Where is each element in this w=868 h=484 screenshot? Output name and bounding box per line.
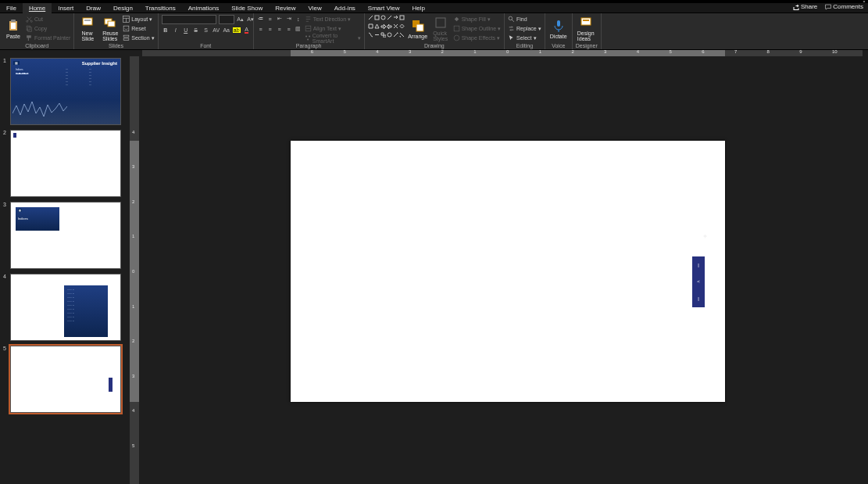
shape-item[interactable] <box>393 23 398 29</box>
tab-help[interactable]: Help <box>406 3 431 13</box>
tab-transitions[interactable]: Transitions <box>139 3 182 13</box>
quick-styles-button[interactable]: Quick Styles <box>430 15 451 43</box>
section-button[interactable]: Section ▾ <box>123 34 154 42</box>
align-text-button[interactable]: Align Text ▾ <box>305 24 361 33</box>
tab-insert[interactable]: Insert <box>52 3 80 13</box>
columns-button[interactable]: ▥ <box>295 25 302 33</box>
numbering-button[interactable]: ≡ <box>266 15 274 23</box>
shape-item[interactable] <box>399 32 405 38</box>
paste-button[interactable]: Paste <box>3 15 23 43</box>
arrange-button[interactable]: Arrange <box>408 15 428 43</box>
shape-item[interactable] <box>380 32 386 38</box>
shape-item[interactable] <box>387 15 392 20</box>
justify-button[interactable]: ≡ <box>285 25 293 33</box>
slide-thumbnail-3[interactable]: Indices▦ <box>10 202 121 269</box>
layout-button[interactable]: Layout ▾ <box>123 15 154 23</box>
svg-rect-14 <box>123 26 129 31</box>
tab-review[interactable]: Review <box>269 3 302 13</box>
svg-rect-2 <box>11 20 16 22</box>
highlight-button[interactable]: ab <box>233 26 241 34</box>
indent-dec-button[interactable]: ⇤ <box>276 15 284 23</box>
vertical-scrollbar[interactable] <box>863 56 868 484</box>
shape-item[interactable] <box>368 23 373 29</box>
convert-smartart-button[interactable]: Convert to SmartArt ▾ <box>305 34 361 42</box>
shape-item[interactable] <box>387 23 392 29</box>
tab-draw[interactable]: Draw <box>80 3 107 13</box>
select-button[interactable]: Select ▾ <box>508 34 541 42</box>
indent-inc-button[interactable]: ⇥ <box>285 15 293 23</box>
strike-button[interactable]: S <box>192 26 200 34</box>
slide-thumbnail-4[interactable]: ··· ··· ······ ··· ······ ··· ······ ···… <box>10 274 121 341</box>
slide-canvas[interactable]: |<| ⌖ <box>142 56 863 484</box>
svg-rect-1 <box>11 23 16 29</box>
shape-fill-button[interactable]: Shape Fill ▾ <box>453 15 501 23</box>
char-spacing-button[interactable]: AV <box>213 26 220 34</box>
shape-item[interactable] <box>399 23 405 29</box>
slide[interactable]: |<| <box>291 141 725 402</box>
change-case-button[interactable]: Aa <box>223 26 230 34</box>
tab-home[interactable]: Home <box>23 3 52 13</box>
svg-rect-7 <box>83 18 92 25</box>
align-center-button[interactable]: ≡ <box>266 25 274 33</box>
collapse-ribbon-button[interactable]: ˄ <box>863 0 868 5</box>
cut-button[interactable]: Cut <box>26 15 70 23</box>
line-spacing-button[interactable]: ↕ <box>295 15 302 23</box>
text-direction-icon <box>305 16 312 23</box>
shape-item[interactable] <box>380 15 386 20</box>
bullets-button[interactable]: ≔ <box>257 15 265 23</box>
group-font: A▴ A▾ B I U S S AV Aa ab A Font <box>159 13 254 49</box>
align-right-button[interactable]: ≡ <box>276 25 284 33</box>
slide-shape-1[interactable]: |<| <box>692 256 705 307</box>
tab-add-ins[interactable]: Add-ins <box>328 3 362 13</box>
new-slide-button[interactable]: New Slide <box>77 15 98 43</box>
shape-item[interactable] <box>374 32 380 38</box>
shape-item[interactable] <box>368 32 373 38</box>
tab-smart-view[interactable]: Smart View <box>362 3 406 13</box>
tab-file[interactable]: File <box>0 3 23 13</box>
find-button[interactable]: Find <box>508 15 541 23</box>
italic-button[interactable]: I <box>172 26 180 34</box>
svg-point-20 <box>309 35 310 37</box>
group-label-clipboard: Clipboard <box>3 43 70 49</box>
font-color-button[interactable]: A <box>243 26 251 34</box>
shape-item[interactable] <box>393 15 398 20</box>
comments-button[interactable]: Comments <box>825 3 863 10</box>
dictate-button[interactable]: Dictate <box>548 15 569 43</box>
shape-item[interactable] <box>380 23 386 29</box>
tab-design[interactable]: Design <box>107 3 139 13</box>
tab-animations[interactable]: Animations <box>182 3 226 13</box>
slide-thumbnails-panel[interactable]: 1▦Supplier Insight▃▂▄▂▃▄▂▃Indices·······… <box>0 56 130 484</box>
font-size-select[interactable] <box>219 15 234 24</box>
align-left-button[interactable]: ≡ <box>257 25 265 33</box>
slide-thumbnail-5[interactable] <box>10 346 121 413</box>
tab-slide-show[interactable]: Slide Show <box>225 3 269 13</box>
svg-point-21 <box>307 39 309 41</box>
copy-button[interactable]: Copy <box>26 24 70 33</box>
slide-thumbnail-2[interactable] <box>10 130 121 197</box>
text-direction-button[interactable]: Text Direction ▾ <box>305 15 361 23</box>
shape-item[interactable] <box>374 15 380 20</box>
shape-item[interactable] <box>393 32 398 38</box>
format-painter-button[interactable]: Format Painter <box>26 34 70 42</box>
bold-button[interactable]: B <box>162 26 170 34</box>
shape-item[interactable] <box>399 15 405 20</box>
shape-effects-button[interactable]: Shape Effects ▾ <box>453 34 501 42</box>
text-shadow-button[interactable]: S <box>202 26 210 34</box>
shape-item[interactable] <box>368 15 373 20</box>
share-button[interactable]: Share <box>793 3 817 10</box>
design-ideas-button[interactable]: Design Ideas <box>576 15 596 43</box>
shape-item[interactable] <box>387 32 392 38</box>
shapes-gallery[interactable] <box>368 15 405 40</box>
shape-item[interactable] <box>374 23 380 29</box>
copy-icon <box>26 25 33 32</box>
replace-button[interactable]: Replace ▾ <box>508 24 541 33</box>
reset-button[interactable]: Reset <box>123 24 154 33</box>
shape-outline-button[interactable]: Shape Outline ▾ <box>453 24 501 33</box>
underline-button[interactable]: U <box>182 26 190 34</box>
increase-font-button[interactable]: A▴ <box>237 16 245 23</box>
reuse-slides-button[interactable]: Reuse Slides <box>100 15 120 43</box>
tab-view[interactable]: View <box>302 3 328 13</box>
font-name-select[interactable] <box>162 15 216 24</box>
svg-rect-25 <box>400 16 404 20</box>
slide-thumbnail-1[interactable]: ▦Supplier Insight▃▂▄▂▃▄▂▃Indices········… <box>10 58 121 125</box>
